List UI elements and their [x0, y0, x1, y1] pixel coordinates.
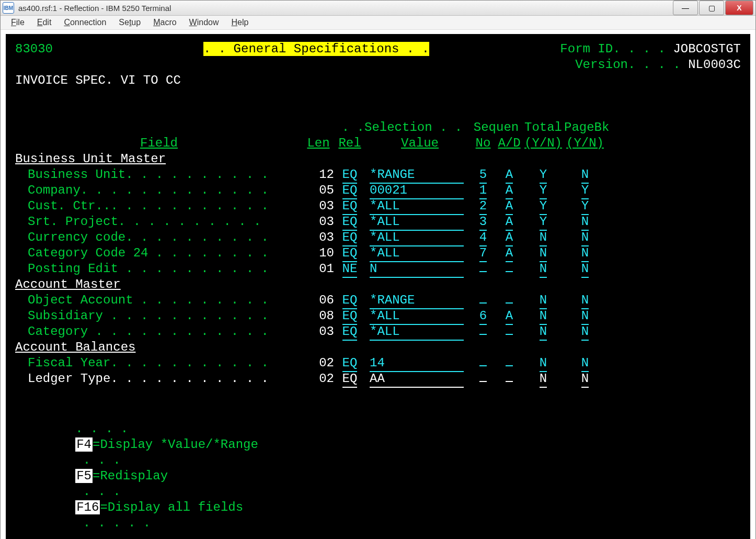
seq-input[interactable]: [479, 334, 487, 335]
ad-input[interactable]: [506, 365, 513, 366]
ad-input[interactable]: [506, 334, 513, 335]
ad-input[interactable]: A: [506, 198, 513, 215]
seq-input[interactable]: [479, 302, 487, 304]
minimize-button[interactable]: —: [673, 1, 698, 15]
pagebk-input[interactable]: N: [581, 261, 589, 278]
rel-input[interactable]: EQ: [342, 355, 358, 372]
total-input[interactable]: N: [540, 355, 547, 372]
seq-input[interactable]: 1: [479, 183, 487, 199]
field-length: 03: [303, 214, 334, 230]
value-input[interactable]: 00021: [370, 183, 464, 199]
seq-input[interactable]: 6: [479, 308, 487, 325]
total-input[interactable]: Y: [540, 198, 547, 215]
titlebar: IBM as400.rsf:1 - Reflection - IBM 5250 …: [1, 1, 755, 16]
ad-input[interactable]: [506, 271, 513, 272]
value-input[interactable]: *RANGE: [370, 167, 464, 184]
window-title: as400.rsf:1 - Reflection - IBM 5250 Term…: [18, 4, 672, 13]
total-input[interactable]: N: [540, 230, 547, 246]
total-input[interactable]: Y: [540, 167, 547, 184]
form-id-label: Form ID. . . .: [560, 42, 666, 56]
ad-input[interactable]: A: [506, 230, 513, 246]
ad-input[interactable]: [506, 381, 513, 382]
rel-input[interactable]: EQ: [342, 230, 358, 246]
f16-key[interactable]: F16: [75, 500, 100, 514]
menu-file[interactable]: File: [6, 16, 30, 29]
rel-input[interactable]: EQ: [342, 214, 358, 231]
seq-input[interactable]: 2: [479, 198, 487, 215]
total-input[interactable]: N: [540, 293, 547, 309]
field-length: 08: [303, 308, 334, 324]
rel-input[interactable]: EQ: [342, 198, 358, 215]
pagebk-input[interactable]: N: [581, 371, 589, 388]
version-value: NL0003C: [688, 58, 741, 72]
total-input[interactable]: N: [540, 308, 547, 325]
rel-input[interactable]: EQ: [342, 324, 358, 341]
value-input[interactable]: N: [370, 261, 464, 278]
ad-input[interactable]: A: [506, 245, 513, 262]
field-length: 06: [303, 293, 334, 308]
value-input[interactable]: *RANGE: [370, 293, 464, 309]
seq-input[interactable]: 3: [479, 214, 487, 231]
pagebk-input[interactable]: Y: [581, 198, 589, 215]
seq-input[interactable]: [479, 271, 487, 272]
value-input[interactable]: AA: [370, 371, 464, 388]
pagebk-input[interactable]: N: [581, 293, 589, 309]
terminal-screen[interactable]: 83030 . . General Specifications . . For…: [6, 34, 750, 539]
pagebk-input[interactable]: N: [581, 324, 589, 341]
menu-edit[interactable]: Edit: [32, 16, 57, 29]
total-input[interactable]: N: [540, 261, 547, 278]
rel-input[interactable]: EQ: [342, 245, 358, 262]
total-input[interactable]: N: [540, 371, 547, 388]
seq-input[interactable]: 5: [479, 167, 487, 184]
seq-input[interactable]: 7: [479, 245, 487, 262]
rel-input[interactable]: EQ: [342, 308, 358, 325]
ad-input[interactable]: A: [506, 167, 513, 184]
value-input[interactable]: *ALL: [370, 230, 464, 246]
data-row: Ledger Type. . . . . . . . . . .02EQAA N…: [15, 371, 741, 387]
menu-window[interactable]: Window: [184, 16, 224, 29]
pagebk-input[interactable]: N: [581, 214, 589, 231]
value-input[interactable]: *ALL: [370, 198, 464, 215]
rel-input[interactable]: EQ: [342, 167, 358, 184]
field-length: 02: [303, 355, 334, 371]
close-button[interactable]: X: [725, 1, 753, 15]
menu-help[interactable]: Help: [226, 16, 254, 29]
rel-input[interactable]: EQ: [342, 293, 358, 309]
app-window: IBM as400.rsf:1 - Reflection - IBM 5250 …: [0, 0, 756, 539]
menu-macro[interactable]: Macro: [148, 16, 181, 29]
rel-input[interactable]: EQ: [342, 371, 358, 388]
rel-input[interactable]: NE: [342, 261, 358, 278]
pagebk-input[interactable]: Y: [581, 183, 589, 199]
value-input[interactable]: *ALL: [370, 214, 464, 231]
pagebk-input[interactable]: N: [581, 355, 589, 372]
field-length: 03: [303, 198, 334, 214]
value-input[interactable]: *ALL: [370, 245, 464, 262]
total-input[interactable]: N: [540, 324, 547, 341]
ad-input[interactable]: [506, 302, 513, 304]
program-id: 83030: [15, 41, 203, 57]
f4-key[interactable]: F4: [75, 437, 93, 452]
seq-input[interactable]: 4: [479, 230, 487, 246]
field-length: 03: [303, 324, 334, 340]
pagebk-input[interactable]: N: [581, 308, 589, 325]
seq-input[interactable]: [479, 381, 487, 382]
ad-input[interactable]: A: [506, 214, 513, 231]
value-input[interactable]: 14: [370, 355, 464, 372]
f5-key[interactable]: F5: [75, 469, 93, 483]
total-input[interactable]: N: [540, 245, 547, 262]
ad-input[interactable]: A: [506, 183, 513, 199]
data-row: Object Account . . . . . . . . .06EQ*RAN…: [15, 293, 741, 308]
ad-input[interactable]: A: [506, 308, 513, 325]
maximize-button[interactable]: ▢: [699, 1, 724, 15]
pagebk-input[interactable]: N: [581, 167, 589, 184]
total-input[interactable]: Y: [540, 214, 547, 231]
seq-input[interactable]: [479, 365, 487, 366]
pagebk-input[interactable]: N: [581, 245, 589, 262]
menu-setup[interactable]: Setup: [113, 16, 146, 29]
menu-connection[interactable]: Connection: [59, 16, 111, 29]
rel-input[interactable]: EQ: [342, 183, 358, 199]
pagebk-input[interactable]: N: [581, 230, 589, 246]
total-input[interactable]: Y: [540, 183, 547, 199]
value-input[interactable]: *ALL: [370, 308, 464, 325]
value-input[interactable]: *ALL: [370, 324, 464, 341]
